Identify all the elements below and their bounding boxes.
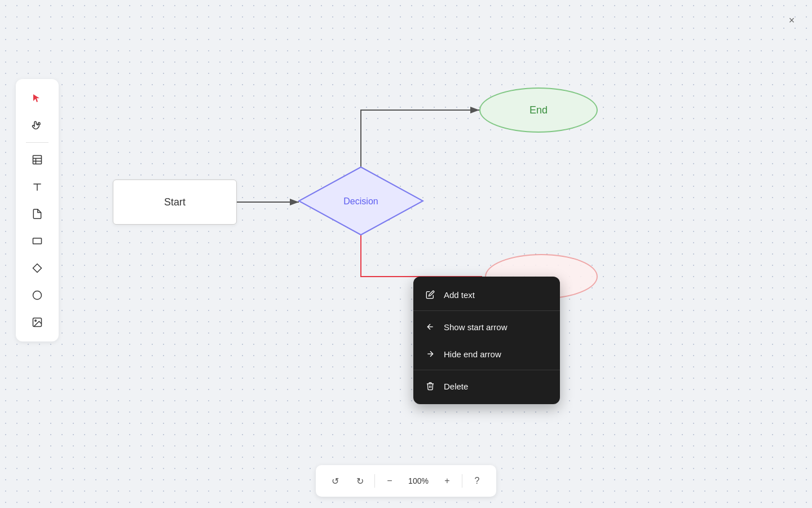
context-menu-delete[interactable]: Delete <box>413 373 560 400</box>
redo-button[interactable]: ↻ <box>350 471 370 491</box>
pencil-icon <box>425 289 436 300</box>
toolbar-select[interactable] <box>25 86 50 111</box>
toolbar-text[interactable] <box>25 174 50 199</box>
context-menu-add-text-label: Add text <box>444 290 475 300</box>
node-start-label: Start <box>164 196 186 208</box>
context-menu-delete-label: Delete <box>444 382 468 391</box>
context-menu-divider-1 <box>413 310 560 311</box>
svg-marker-0 <box>33 94 39 102</box>
arrow-right-icon <box>425 348 436 360</box>
left-toolbar <box>16 79 59 341</box>
undo-button[interactable]: ↺ <box>325 471 345 491</box>
context-menu-show-start-arrow[interactable]: Show start arrow <box>413 313 560 340</box>
trash-icon <box>425 380 436 392</box>
svg-point-9 <box>33 291 42 300</box>
toolbar-image[interactable] <box>25 310 50 335</box>
close-button[interactable]: × <box>783 11 801 29</box>
context-menu-add-text[interactable]: Add text <box>413 281 560 308</box>
toolbar-circle[interactable] <box>25 283 50 308</box>
toolbar-note[interactable] <box>25 202 50 226</box>
bottom-toolbar: ↺ ↻ − 100% + ? <box>316 465 496 497</box>
zoom-in-button[interactable]: + <box>437 471 457 491</box>
toolbar-diamond[interactable] <box>25 256 50 281</box>
toolbar-hand[interactable] <box>25 113 50 138</box>
svg-point-11 <box>35 320 37 322</box>
zoom-out-button[interactable]: − <box>379 471 400 491</box>
bottom-divider-2 <box>462 474 462 488</box>
context-menu-hide-end-arrow-label: Hide end arrow <box>444 349 501 359</box>
toolbar-divider-1 <box>26 142 48 143</box>
node-end-label: End <box>529 104 548 116</box>
context-menu: Add text Show start arrow Hide end arrow <box>413 277 560 404</box>
context-menu-divider-2 <box>413 370 560 370</box>
context-menu-hide-end-arrow[interactable]: Hide end arrow <box>413 340 560 367</box>
svg-marker-8 <box>33 264 42 273</box>
bottom-divider-1 <box>374 474 375 488</box>
svg-rect-7 <box>33 238 42 244</box>
node-start[interactable]: Start <box>113 179 237 225</box>
help-button[interactable]: ? <box>467 471 487 491</box>
arrow-left-icon <box>425 321 436 332</box>
zoom-value: 100% <box>404 476 433 485</box>
toolbar-table[interactable] <box>25 147 50 172</box>
toolbar-rectangle[interactable] <box>25 229 50 253</box>
context-menu-show-start-arrow-label: Show start arrow <box>444 322 508 332</box>
canvas <box>0 0 812 508</box>
svg-rect-1 <box>33 156 42 164</box>
node-end[interactable]: End <box>479 87 598 133</box>
